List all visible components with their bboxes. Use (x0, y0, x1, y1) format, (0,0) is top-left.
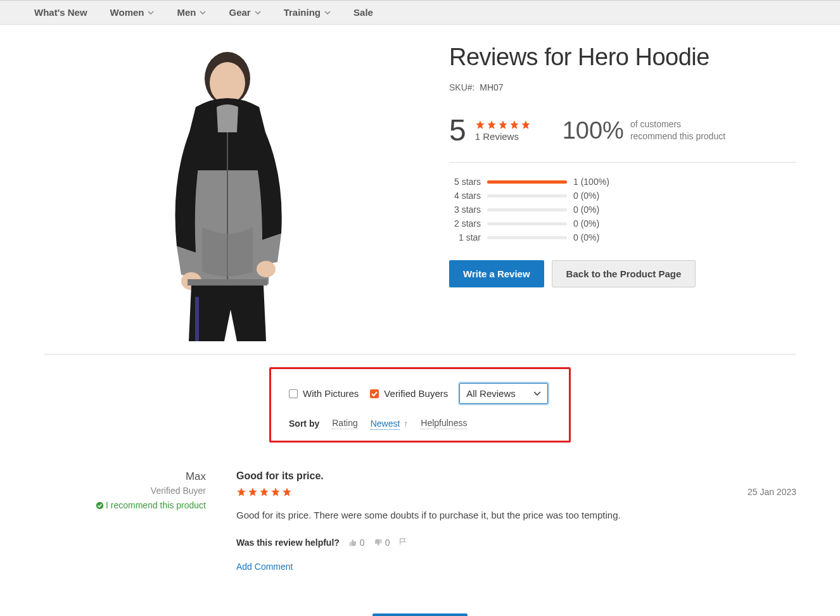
rating-bar-4[interactable]: 4 stars 0 (0%) (449, 191, 796, 201)
avg-rating: 5 (449, 115, 466, 146)
write-review-button-bottom[interactable]: Write a Review (372, 613, 468, 616)
arrow-up-icon: ↑ (404, 418, 408, 429)
verified-buyer-badge: Verified Buyer (44, 486, 206, 496)
star-icon (498, 120, 508, 130)
star-icon (282, 487, 292, 497)
check-circle-icon (96, 501, 104, 509)
rating-bar-5[interactable]: 5 stars 1 (100%) (449, 177, 796, 187)
sort-rating[interactable]: Rating (332, 418, 357, 429)
svg-point-5 (257, 261, 276, 277)
star-icon (259, 487, 269, 497)
chevron-down-icon (148, 9, 154, 16)
thumb-down-icon (374, 538, 383, 547)
nav-whats-new[interactable]: What's New (23, 1, 99, 24)
nav-men[interactable]: Men (165, 1, 217, 24)
star-icon (509, 120, 519, 130)
review-body: Good for its price. There were some doub… (236, 508, 796, 522)
reviewer-name: Max (44, 470, 206, 483)
nav-sale[interactable]: Sale (342, 1, 385, 24)
reviews-filter-select[interactable]: All Reviews (459, 383, 548, 404)
write-review-button[interactable]: Write a Review (449, 260, 544, 287)
chevron-down-icon (324, 9, 331, 16)
back-to-product-button[interactable]: Back to the Product Page (552, 260, 696, 287)
review-stars (236, 487, 796, 497)
chevron-down-icon (200, 9, 206, 16)
recommend-pct: 100% (563, 117, 624, 144)
nav-training[interactable]: Training (272, 1, 342, 24)
page-title: Reviews for Hero Hoodie (449, 44, 796, 71)
recommend-text: of customers recommend this product (630, 118, 725, 142)
product-image (136, 44, 319, 341)
rating-bar-2[interactable]: 2 stars 0 (0%) (449, 218, 796, 229)
chevron-down-icon (255, 9, 261, 16)
report-button[interactable] (398, 537, 407, 548)
review-item: Max Verified Buyer I recommend this prod… (44, 454, 796, 588)
vote-down-button[interactable]: 0 (374, 537, 390, 548)
review-date: 25 Jan 2023 (748, 487, 796, 497)
review-filters: With Pictures Verified Buyers All Review… (269, 367, 571, 443)
sort-by-label: Sort by (289, 418, 319, 429)
review-title: Good for its price. (236, 470, 796, 482)
star-icon (475, 120, 485, 130)
svg-point-1 (210, 62, 245, 104)
sort-newest[interactable]: Newest (371, 418, 400, 430)
thumb-up-icon (348, 538, 357, 547)
checkbox-icon (289, 389, 298, 398)
svg-rect-7 (195, 297, 199, 341)
star-icon (236, 487, 246, 497)
star-icon (487, 120, 497, 130)
main-nav: What's New Women Men Gear Training Sale (0, 1, 840, 25)
review-count: 1 Reviews (475, 131, 531, 142)
flag-icon (398, 537, 407, 546)
nav-women[interactable]: Women (99, 1, 166, 24)
star-icon (248, 487, 258, 497)
checkbox-checked-icon (370, 389, 379, 398)
add-comment-link[interactable]: Add Comment (236, 562, 293, 572)
with-pictures-checkbox[interactable]: With Pictures (289, 388, 359, 399)
nav-gear[interactable]: Gear (217, 1, 272, 24)
sku: SKU#: MH07 (449, 82, 796, 92)
rating-distribution: 5 stars 1 (100%) 4 stars 0 (0%) 3 stars … (449, 177, 796, 242)
recommend-badge: I recommend this product (44, 500, 206, 511)
avg-stars (475, 120, 531, 130)
star-icon (270, 487, 281, 497)
svg-rect-6 (188, 279, 267, 286)
chevron-down-icon (533, 388, 541, 399)
star-icon (521, 120, 531, 130)
rating-bar-1[interactable]: 1 star 0 (0%) (449, 232, 796, 242)
helpful-label: Was this review helpful? (236, 537, 340, 548)
sort-helpfulness[interactable]: Helpfulness (421, 418, 467, 429)
verified-buyers-checkbox[interactable]: Verified Buyers (370, 388, 448, 399)
vote-up-button[interactable]: 0 (348, 537, 365, 548)
rating-bar-3[interactable]: 3 stars 0 (0%) (449, 204, 796, 215)
rating-summary: 5 1 Reviews (449, 115, 796, 163)
